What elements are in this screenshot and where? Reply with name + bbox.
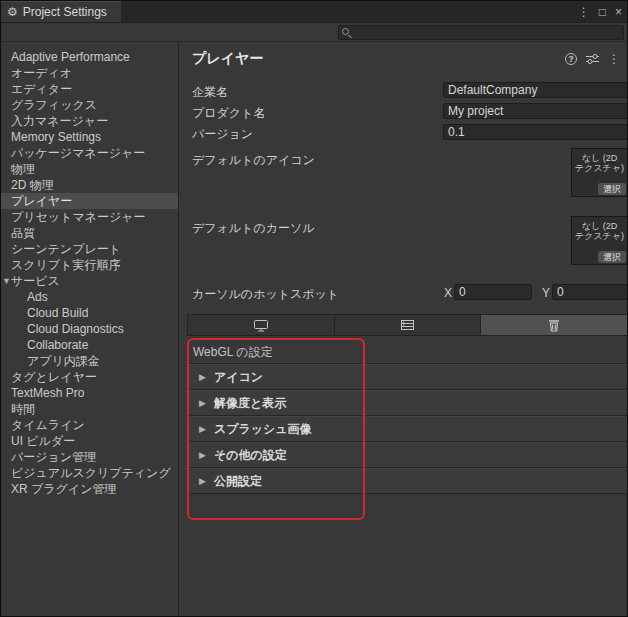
sidebar-item-timeline[interactable]: タイムライン	[1, 417, 178, 433]
sidebar-item-graphics[interactable]: グラフィックス	[1, 97, 178, 113]
sidebar-item-audio[interactable]: オーディオ	[1, 65, 178, 81]
window-titlebar: ⚙ Project Settings ⋮ □ ×	[1, 1, 627, 22]
window-maximize-icon[interactable]: □	[599, 6, 606, 18]
default-icon-picker[interactable]: なし (2D テクスチャ) 選択	[571, 148, 628, 197]
settings-toolbar	[1, 22, 627, 42]
sidebar-item-ads[interactable]: Ads	[1, 289, 178, 305]
select-cursor-button[interactable]: 選択	[598, 251, 626, 263]
player-settings-pane: プレイヤー ? ⋮ 企業名 プロダクト名 バージョン デフォルトのアイコン なし…	[180, 42, 627, 616]
gear-icon: ⚙	[7, 6, 18, 18]
company-name-label: 企業名	[192, 84, 228, 101]
version-input[interactable]	[443, 124, 628, 140]
sidebar-item-ui-builder[interactable]: UI ビルダー	[1, 433, 178, 449]
foldout-label: アイコン	[214, 364, 263, 390]
sidebar-item-cloud-build[interactable]: Cloud Build	[1, 305, 178, 321]
settings-category-list: Adaptive Performance オーディオ エディター グラフィックス…	[1, 42, 179, 616]
kebab-menu-icon[interactable]: ⋮	[608, 53, 620, 65]
window-menu-icon[interactable]: ⋮	[578, 6, 590, 18]
product-name-input[interactable]	[443, 103, 628, 119]
platform-tab-bar	[187, 314, 628, 336]
product-name-label: プロダクト名	[192, 105, 265, 122]
sidebar-item-player[interactable]: プレイヤー	[1, 193, 178, 209]
company-name-input[interactable]	[443, 82, 628, 98]
help-icon[interactable]: ?	[565, 53, 577, 65]
sidebar-item-script-execution-order[interactable]: スクリプト実行順序	[1, 257, 178, 273]
foldout-label: スプラッシュ画像	[214, 416, 312, 442]
cursor-hotspot-label: カーソルのホットスポット	[192, 286, 339, 303]
tab-standalone[interactable]	[188, 315, 335, 335]
monitor-icon	[253, 319, 269, 332]
foldout-label: 解像度と表示	[214, 390, 286, 416]
hotspot-y-label: Y	[542, 286, 550, 300]
foldout-publishing-settings[interactable]: ▶ 公開設定	[187, 468, 628, 494]
sidebar-item-version-control[interactable]: バージョン管理	[1, 449, 178, 465]
server-icon	[400, 319, 415, 331]
sidebar-item-quality[interactable]: 品質	[1, 225, 178, 241]
sidebar-item-physics[interactable]: 物理	[1, 161, 178, 177]
webgl-foldout-list: ▶ アイコン ▶ 解像度と表示 ▶ スプラッシュ画像 ▶ その他の設定 ▶ 公開…	[187, 363, 628, 494]
webgl-icon	[547, 319, 561, 332]
thumb-label-line2: テクスチャ)	[575, 231, 624, 241]
sidebar-item-editor[interactable]: エディター	[1, 81, 178, 97]
chevron-right-icon: ▶	[199, 364, 206, 390]
sidebar-item-physics-2d[interactable]: 2D 物理	[1, 177, 178, 193]
thumb-label: なし (2D テクスチャ)	[572, 149, 627, 173]
project-settings-window: ⚙ Project Settings ⋮ □ × Adaptive Perfor…	[0, 0, 628, 617]
search-input[interactable]	[338, 25, 624, 40]
foldout-label: その他の設定	[214, 442, 287, 468]
page-title: プレイヤー	[192, 50, 263, 68]
default-icon-label: デフォルトのアイコン	[192, 152, 315, 169]
sidebar-item-tags-and-layers[interactable]: タグとレイヤー	[1, 369, 178, 385]
sidebar-item-adaptive-performance[interactable]: Adaptive Performance	[1, 49, 178, 65]
default-cursor-picker[interactable]: なし (2D テクスチャ) 選択	[571, 216, 628, 265]
version-label: バージョン	[192, 126, 253, 143]
window-title: Project Settings	[23, 5, 107, 19]
thumb-label: なし (2D テクスチャ)	[572, 217, 627, 241]
window-controls: ⋮ □ ×	[578, 1, 622, 22]
chevron-right-icon: ▶	[199, 416, 206, 442]
hotspot-x-label: X	[444, 286, 452, 300]
window-tab-project-settings[interactable]: ⚙ Project Settings	[1, 1, 121, 22]
sidebar-item-collaborate[interactable]: Collaborate	[1, 337, 178, 353]
sidebar-item-in-app-purchasing[interactable]: アプリ内課金	[1, 353, 178, 369]
sidebar-item-services[interactable]: ▼ サービス	[1, 273, 178, 289]
chevron-right-icon: ▶	[199, 442, 206, 468]
tab-webgl[interactable]	[481, 315, 627, 335]
sidebar-item-label: サービス	[11, 274, 60, 288]
chevron-right-icon: ▶	[199, 468, 206, 494]
preset-icon[interactable]	[586, 53, 599, 65]
sidebar-item-memory-settings[interactable]: Memory Settings	[1, 129, 178, 145]
search-icon	[342, 28, 349, 35]
default-cursor-label: デフォルトのカーソル	[192, 220, 315, 237]
foldout-label: 公開設定	[214, 468, 262, 494]
sidebar-item-cloud-diagnostics[interactable]: Cloud Diagnostics	[1, 321, 178, 337]
sidebar-item-textmesh-pro[interactable]: TextMesh Pro	[1, 385, 178, 401]
sidebar-item-time[interactable]: 時間	[1, 401, 178, 417]
sidebar-item-xr-plugin-management[interactable]: XR プラグイン管理	[1, 481, 178, 497]
sidebar-item-scene-template[interactable]: シーンテンプレート	[1, 241, 178, 257]
sidebar-item-preset-manager[interactable]: プリセットマネージャー	[1, 209, 178, 225]
hotspot-y-input[interactable]	[552, 284, 628, 300]
foldout-icon[interactable]: ▶ アイコン	[187, 364, 628, 390]
triangle-down-icon: ▼	[2, 273, 11, 289]
select-icon-button[interactable]: 選択	[598, 183, 626, 195]
chevron-right-icon: ▶	[199, 390, 206, 416]
thumb-label-line1: なし (2D	[582, 221, 617, 231]
sidebar-item-package-manager[interactable]: パッケージマネージャー	[1, 145, 178, 161]
thumb-label-line2: テクスチャ)	[575, 163, 624, 173]
foldout-splash-image[interactable]: ▶ スプラッシュ画像	[187, 416, 628, 442]
header-icons: ? ⋮	[565, 53, 620, 65]
tab-dedicated-server[interactable]	[335, 315, 482, 335]
foldout-resolution-and-presentation[interactable]: ▶ 解像度と表示	[187, 390, 628, 416]
webgl-settings-header: WebGL の設定	[193, 344, 273, 361]
sidebar-item-input-manager[interactable]: 入力マネージャー	[1, 113, 178, 129]
foldout-other-settings[interactable]: ▶ その他の設定	[187, 442, 628, 468]
thumb-label-line1: なし (2D	[582, 153, 617, 163]
sidebar-item-visual-scripting[interactable]: ビジュアルスクリプティング	[1, 465, 178, 481]
hotspot-x-input[interactable]	[454, 284, 532, 300]
window-close-icon[interactable]: ×	[615, 6, 622, 18]
